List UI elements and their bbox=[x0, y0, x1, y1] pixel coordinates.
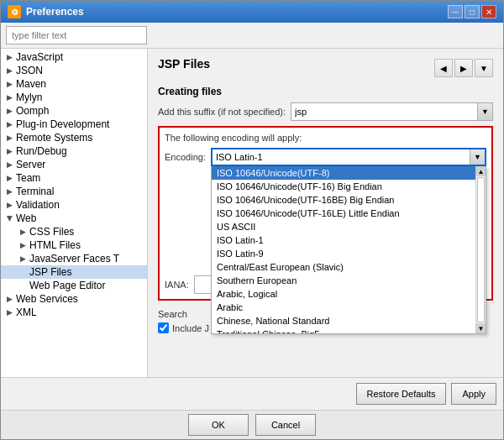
expand-icon bbox=[4, 186, 14, 196]
tree-panel[interactable]: JavaScript JSON Maven Mylyn Oomph Plug-i… bbox=[1, 49, 148, 377]
nav-forward-button[interactable]: ▶ bbox=[454, 59, 473, 77]
expand-icon bbox=[18, 227, 28, 237]
sidebar-item-mylyn[interactable]: Mylyn bbox=[1, 91, 147, 104]
sidebar-item-web[interactable]: Web bbox=[1, 212, 147, 225]
dropdown-item-usascii[interactable]: US ASCII bbox=[212, 220, 475, 233]
encoding-dropdown-btn[interactable]: ▼ bbox=[470, 149, 485, 165]
sidebar-item-label: JavaScript bbox=[16, 51, 63, 63]
include-label: Include J bbox=[172, 323, 209, 333]
sidebar-item-validation[interactable]: Validation bbox=[1, 198, 147, 212]
encoding-header: The following encoding will apply: bbox=[165, 133, 486, 143]
restore-defaults-button[interactable]: Restore Defaults bbox=[356, 383, 447, 405]
sidebar-item-label: Validation bbox=[16, 199, 60, 211]
sidebar-item-label: Web bbox=[16, 212, 36, 224]
dropdown-item-latin9[interactable]: ISO Latin-9 bbox=[212, 247, 475, 260]
sidebar-item-label: Remote Systems bbox=[16, 132, 92, 144]
sidebar-item-label: Mylyn bbox=[16, 92, 42, 103]
cancel-button[interactable]: Cancel bbox=[255, 414, 316, 436]
suffix-label: Add this suffix (if not specified): bbox=[158, 107, 286, 117]
expand-icon bbox=[4, 173, 14, 183]
title-bar-left: ⚙ Preferences bbox=[8, 5, 84, 18]
window-title: Preferences bbox=[26, 6, 84, 18]
nav-menu-button[interactable]: ▼ bbox=[475, 59, 493, 77]
suffix-row: Add this suffix (if not specified): jsp … bbox=[158, 102, 493, 121]
dropdown-scroll-up[interactable]: ▲ bbox=[476, 166, 486, 176]
encoding-input[interactable]: ISO Latin-1 bbox=[213, 149, 470, 165]
sidebar-item-team[interactable]: Team bbox=[1, 171, 147, 185]
encoding-row: Encoding: ISO Latin-1 ▼ ISO 10646/Unicod… bbox=[165, 148, 486, 166]
sidebar-item-label: HTML Files bbox=[29, 239, 81, 251]
sidebar-item-label: JSP Files bbox=[29, 266, 71, 278]
sidebar-item-label: JSON bbox=[16, 65, 43, 76]
expand-icon bbox=[4, 307, 14, 317]
preferences-window: ⚙ Preferences ─ □ ✕ JavaScript JSON Ma bbox=[0, 0, 504, 440]
expand-icon bbox=[4, 146, 14, 156]
footer-bar: OK Cancel bbox=[1, 410, 503, 439]
search-bar bbox=[1, 23, 503, 48]
panel-title: JSP Files bbox=[158, 57, 210, 71]
dropdown-item-centraleast[interactable]: Central/East European (Slavic) bbox=[212, 260, 475, 274]
dropdown-item-southern[interactable]: Southern European bbox=[212, 274, 475, 287]
dropdown-item-arabic-logical[interactable]: Arabic, Logical bbox=[212, 287, 475, 301]
title-controls: ─ □ ✕ bbox=[448, 5, 496, 18]
expand-icon bbox=[4, 106, 14, 116]
expand-icon bbox=[4, 52, 14, 62]
iana-label: IANA: bbox=[165, 280, 189, 290]
sidebar-item-json[interactable]: JSON bbox=[1, 64, 147, 77]
navigation-arrows: ◀ ▶ ▼ bbox=[434, 59, 493, 77]
nav-back-button[interactable]: ◀ bbox=[434, 59, 453, 77]
sidebar-item-css-files[interactable]: CSS Files bbox=[1, 225, 147, 238]
expand-icon bbox=[4, 213, 14, 223]
dropdown-item-latin1[interactable]: ISO Latin-1 bbox=[212, 233, 475, 247]
sidebar-item-oomph[interactable]: Oomph bbox=[1, 104, 147, 118]
sidebar-item-maven[interactable]: Maven bbox=[1, 77, 147, 91]
dropdown-item-utf8[interactable]: ISO 10646/Unicode(UTF-8) bbox=[212, 166, 475, 180]
suffix-dropdown-btn[interactable]: ▼ bbox=[477, 103, 492, 120]
sidebar-item-html-files[interactable]: HTML Files bbox=[1, 238, 147, 252]
dropdown-item-chinese[interactable]: Chinese, National Standard bbox=[212, 314, 475, 327]
filter-input[interactable] bbox=[6, 26, 147, 45]
include-checkbox[interactable] bbox=[158, 322, 169, 333]
sidebar-item-web-page-editor[interactable]: Web Page Editor bbox=[1, 279, 147, 292]
sidebar-item-plugin-dev[interactable]: Plug-in Development bbox=[1, 118, 147, 131]
dropdown-item-utf16le[interactable]: ISO 10646/Unicode(UTF-16LE) Little Endia… bbox=[212, 207, 475, 220]
dropdown-item-utf16be2[interactable]: ISO 10646/Unicode(UTF-16BE) Big Endian bbox=[212, 193, 475, 207]
dropdown-item-trad-chinese[interactable]: Traditional Chinese, Big5 bbox=[212, 327, 475, 333]
sidebar-item-xml[interactable]: XML bbox=[1, 306, 147, 319]
encoding-combo[interactable]: ISO Latin-1 ▼ bbox=[211, 148, 486, 166]
dropdown-scrollbar-thumb bbox=[477, 177, 485, 322]
sidebar-item-remote-systems[interactable]: Remote Systems bbox=[1, 131, 147, 144]
sidebar-item-javascript[interactable]: JavaScript bbox=[1, 50, 147, 64]
close-button[interactable]: ✕ bbox=[481, 5, 496, 18]
sidebar-item-jsp-files[interactable]: JSP Files bbox=[1, 265, 147, 279]
ok-button[interactable]: OK bbox=[188, 414, 249, 436]
sidebar-item-label: Plug-in Development bbox=[16, 118, 109, 130]
encoding-dropdown-container: ISO Latin-1 ▼ ISO 10646/Unicode(UTF-8) I… bbox=[211, 148, 486, 166]
sidebar-item-terminal[interactable]: Terminal bbox=[1, 185, 147, 198]
dropdown-item-utf16be[interactable]: ISO 10646/Unicode(UTF-16) Big Endian bbox=[212, 180, 475, 193]
sidebar-item-label: CSS Files bbox=[29, 226, 74, 238]
sidebar-item-jsf[interactable]: JavaServer Faces T bbox=[1, 252, 147, 265]
apply-button[interactable]: Apply bbox=[451, 383, 496, 405]
expand-icon bbox=[4, 160, 14, 170]
sidebar-item-label: Terminal bbox=[16, 186, 54, 197]
suffix-input[interactable]: jsp bbox=[291, 103, 477, 120]
expand-icon bbox=[4, 79, 14, 89]
expand-icon bbox=[4, 294, 14, 304]
expand-icon bbox=[4, 92, 14, 102]
panel-header: JSP Files ◀ ▶ ▼ bbox=[158, 57, 493, 79]
suffix-combo[interactable]: jsp ▼ bbox=[291, 102, 493, 121]
sidebar-item-web-services[interactable]: Web Services bbox=[1, 292, 147, 306]
sidebar-item-server[interactable]: Server bbox=[1, 158, 147, 171]
sidebar-item-run-debug[interactable]: Run/Debug bbox=[1, 144, 147, 158]
encoding-dropdown-list[interactable]: ISO 10646/Unicode(UTF-8) ISO 10646/Unico… bbox=[211, 166, 486, 334]
creating-files-label: Creating files bbox=[158, 86, 493, 97]
maximize-button[interactable]: □ bbox=[465, 5, 480, 18]
expand-icon bbox=[4, 119, 14, 129]
dropdown-scroll-down[interactable]: ▼ bbox=[476, 323, 486, 333]
dropdown-item-arabic[interactable]: Arabic bbox=[212, 301, 475, 314]
action-bar: Restore Defaults Apply bbox=[1, 377, 503, 410]
right-panel: JSP Files ◀ ▶ ▼ Creating files Add this … bbox=[148, 49, 503, 377]
expand-icon bbox=[4, 133, 14, 143]
minimize-button[interactable]: ─ bbox=[448, 5, 463, 18]
